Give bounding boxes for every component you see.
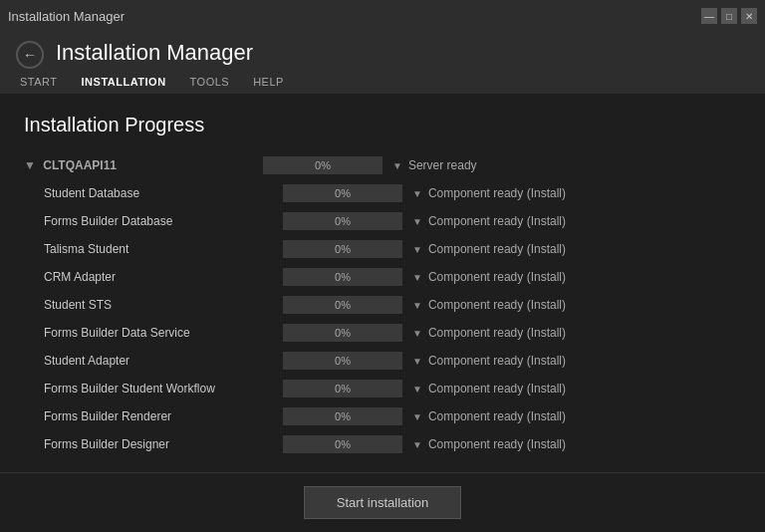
component-status: Component ready (Install) bbox=[428, 214, 566, 228]
component-name: Student STS bbox=[44, 298, 283, 312]
component-name: Forms Builder Data Service bbox=[44, 326, 283, 340]
title-bar-left: Installation Manager bbox=[8, 9, 125, 24]
page-title: Installation Progress bbox=[24, 114, 741, 136]
dropdown-icon[interactable]: ▼ bbox=[412, 188, 422, 199]
component-name: CRM Adapter bbox=[44, 270, 283, 284]
component-row: Student STS 0% ▼ Component ready (Instal… bbox=[24, 292, 741, 318]
dropdown-icon[interactable]: ▼ bbox=[412, 328, 422, 339]
menu-item-installation[interactable]: INSTALLATION bbox=[78, 74, 170, 90]
progress-bar: 0% bbox=[283, 407, 402, 425]
back-button[interactable]: ← bbox=[16, 41, 44, 69]
progress-text: 0% bbox=[335, 271, 351, 283]
progress-text: 0% bbox=[335, 243, 351, 255]
progress-text: 0% bbox=[335, 299, 351, 311]
progress-bar: 0% bbox=[283, 240, 402, 258]
component-row: CRM Adapter 0% ▼ Component ready (Instal… bbox=[24, 264, 741, 290]
progress-bar: 0% bbox=[283, 352, 402, 370]
component-status: Component ready (Install) bbox=[428, 242, 566, 256]
component-name: Talisma Student bbox=[44, 242, 283, 256]
dropdown-icon[interactable]: ▼ bbox=[412, 272, 422, 283]
progress-text: 0% bbox=[335, 327, 351, 339]
component-name: Forms Builder Database bbox=[44, 214, 283, 228]
progress-bar: 0% bbox=[283, 324, 402, 342]
progress-text: 0% bbox=[335, 410, 351, 422]
component-status: Component ready (Install) bbox=[428, 409, 566, 423]
component-row: Forms Builder Data Service 0% ▼ Componen… bbox=[24, 320, 741, 346]
dropdown-icon[interactable]: ▼ bbox=[412, 300, 422, 311]
server-name: ▼ CLTQAAPI11 bbox=[24, 158, 263, 172]
progress-text: 0% bbox=[335, 438, 351, 450]
dropdown-icon[interactable]: ▼ bbox=[412, 439, 422, 450]
server-row: ▼ CLTQAAPI11 0% ▼ Server ready bbox=[24, 152, 741, 178]
progress-bar: 0% bbox=[283, 435, 402, 453]
component-row: Forms Builder Database 0% ▼ Component re… bbox=[24, 208, 741, 234]
component-status: Component ready (Install) bbox=[428, 354, 566, 368]
component-name: Student Database bbox=[44, 186, 283, 200]
server-progress-bar: 0% bbox=[263, 156, 382, 174]
dropdown-icon[interactable]: ▼ bbox=[412, 244, 422, 255]
content-area: Installation Progress ▼ CLTQAAPI11 0% ▼ … bbox=[0, 94, 765, 526]
progress-text: 0% bbox=[335, 355, 351, 367]
close-button[interactable]: ✕ bbox=[741, 8, 757, 24]
dropdown-icon[interactable]: ▼ bbox=[412, 356, 422, 367]
menu-bar: START INSTALLATION TOOLS HELP bbox=[0, 70, 765, 94]
progress-bar: 0% bbox=[283, 380, 402, 398]
dropdown-icon[interactable]: ▼ bbox=[412, 216, 422, 227]
menu-item-tools[interactable]: TOOLS bbox=[186, 74, 234, 90]
title-bar: Installation Manager — □ ✕ bbox=[0, 0, 765, 32]
component-name: Forms Builder Student Workflow bbox=[44, 382, 283, 396]
progress-bar: 0% bbox=[283, 184, 402, 202]
server-collapse-icon[interactable]: ▼ bbox=[24, 158, 36, 172]
component-row: Forms Builder Renderer 0% ▼ Component re… bbox=[24, 403, 741, 429]
server-status: Server ready bbox=[408, 158, 477, 172]
component-status: Component ready (Install) bbox=[428, 382, 566, 396]
component-status: Component ready (Install) bbox=[428, 298, 566, 312]
title-bar-title: Installation Manager bbox=[8, 9, 125, 24]
app-header: ← Installation Manager bbox=[0, 32, 765, 70]
component-row: Forms Builder Student Workflow 0% ▼ Comp… bbox=[24, 376, 741, 401]
dropdown-icon[interactable]: ▼ bbox=[412, 384, 422, 395]
component-name: Student Adapter bbox=[44, 354, 283, 368]
progress-bar: 0% bbox=[283, 268, 402, 286]
start-installation-button[interactable]: Start installation bbox=[304, 486, 462, 519]
progress-bar: 0% bbox=[283, 212, 402, 230]
component-name: Forms Builder Designer bbox=[44, 437, 283, 451]
components-list: Student Database 0% ▼ Component ready (I… bbox=[24, 180, 741, 457]
dropdown-icon[interactable]: ▼ bbox=[412, 411, 422, 422]
title-bar-controls: — □ ✕ bbox=[701, 8, 757, 24]
menu-item-start[interactable]: START bbox=[16, 74, 62, 90]
app-title: Installation Manager bbox=[56, 40, 253, 70]
progress-text: 0% bbox=[335, 187, 351, 199]
server-progress-text: 0% bbox=[315, 159, 331, 171]
component-status: Component ready (Install) bbox=[428, 270, 566, 284]
component-status: Component ready (Install) bbox=[428, 437, 566, 451]
component-row: Student Adapter 0% ▼ Component ready (In… bbox=[24, 348, 741, 374]
component-status: Component ready (Install) bbox=[428, 326, 566, 340]
maximize-button[interactable]: □ bbox=[721, 8, 737, 24]
menu-item-help[interactable]: HELP bbox=[249, 74, 288, 90]
back-icon: ← bbox=[23, 47, 37, 63]
component-row: Talisma Student 0% ▼ Component ready (In… bbox=[24, 236, 741, 262]
component-status: Component ready (Install) bbox=[428, 186, 566, 200]
progress-text: 0% bbox=[335, 215, 351, 227]
progress-text: 0% bbox=[335, 383, 351, 395]
footer: Start installation bbox=[0, 472, 765, 532]
server-dropdown-icon[interactable]: ▼ bbox=[392, 160, 402, 171]
component-row: Forms Builder Designer 0% ▼ Component re… bbox=[24, 431, 741, 457]
component-row: Student Database 0% ▼ Component ready (I… bbox=[24, 180, 741, 206]
component-name: Forms Builder Renderer bbox=[44, 409, 283, 423]
progress-bar: 0% bbox=[283, 296, 402, 314]
minimize-button[interactable]: — bbox=[701, 8, 717, 24]
